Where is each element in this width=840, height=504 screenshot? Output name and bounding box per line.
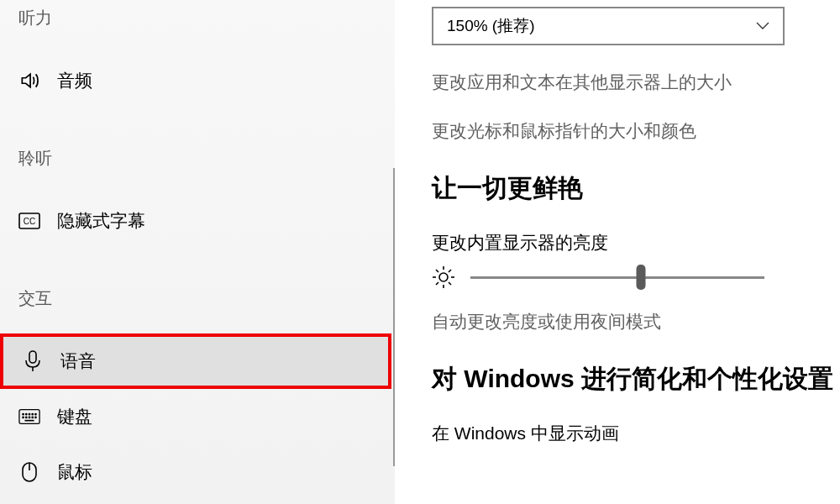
mouse-icon — [18, 461, 40, 483]
sidebar-item-label: 键盘 — [57, 405, 92, 428]
svg-point-11 — [26, 417, 27, 417]
link-auto-brightness[interactable]: 自动更改亮度或使用夜间模式 — [432, 310, 840, 333]
brightness-icon — [432, 265, 455, 289]
dropdown-value: 150% (推荐) — [447, 15, 535, 37]
svg-point-9 — [35, 413, 36, 414]
sidebar-item-label: 音频 — [57, 69, 92, 92]
svg-text:CC: CC — [24, 217, 35, 226]
svg-point-14 — [35, 417, 36, 417]
brightness-label: 更改内置显示器的亮度 — [432, 231, 840, 255]
svg-line-24 — [449, 282, 451, 285]
svg-point-10 — [23, 417, 24, 417]
keyboard-icon — [18, 406, 40, 428]
sidebar-item-keyboard[interactable]: 键盘 — [0, 389, 391, 444]
scrollbar[interactable] — [393, 168, 395, 466]
sidebar-item-mouse[interactable]: 鼠标 — [0, 444, 391, 500]
sidebar-item-label: 鼠标 — [57, 460, 92, 484]
sidebar-item-captions[interactable]: CC 隐藏式字幕 — [0, 193, 391, 249]
closed-caption-icon: CC — [18, 210, 40, 232]
sidebar-item-label: 语音 — [60, 349, 96, 373]
svg-point-7 — [29, 413, 29, 414]
section-title-personalize: 对 Windows 进行简化和个性化设置 — [432, 362, 840, 396]
sidebar: 听力 音频 聆听 CC 隐藏式字幕 交互 — [0, 0, 395, 504]
svg-point-12 — [29, 417, 29, 417]
section-title-vivid: 让一切更鲜艳 — [432, 171, 840, 206]
microphone-icon — [22, 350, 44, 372]
slider-thumb[interactable] — [637, 265, 646, 290]
svg-point-6 — [26, 413, 27, 414]
svg-point-5 — [23, 413, 24, 414]
sidebar-item-label: 隐藏式字幕 — [57, 209, 145, 233]
slider-track — [470, 276, 764, 279]
show-animations-label: 在 Windows 中显示动画 — [432, 422, 840, 445]
svg-point-13 — [32, 417, 33, 417]
brightness-slider-row — [432, 265, 840, 290]
svg-line-23 — [436, 270, 438, 272]
speaker-icon — [18, 70, 40, 92]
sidebar-header-interaction: 交互 — [18, 287, 395, 310]
chevron-down-icon — [756, 22, 769, 30]
main-content: 150% (推荐) 更改应用和文本在其他显示器上的大小 更改光标和鼠标指针的大小… — [395, 0, 840, 504]
svg-rect-2 — [29, 351, 36, 363]
sidebar-header-hearing: 听力 — [18, 7, 395, 29]
sidebar-item-speech[interactable]: 语音 — [0, 333, 391, 389]
link-other-displays[interactable]: 更改应用和文本在其他显示器上的大小 — [432, 71, 840, 94]
svg-point-18 — [439, 273, 448, 281]
scale-dropdown[interactable]: 150% (推荐) — [432, 7, 785, 45]
svg-point-8 — [32, 413, 33, 414]
svg-line-25 — [436, 282, 438, 285]
link-cursor-size[interactable]: 更改光标和鼠标指针的大小和颜色 — [432, 119, 840, 143]
brightness-slider[interactable] — [470, 265, 764, 290]
svg-line-26 — [449, 270, 451, 272]
sidebar-header-captions: 聆听 — [18, 147, 395, 170]
sidebar-item-audio[interactable]: 音频 — [0, 53, 391, 108]
